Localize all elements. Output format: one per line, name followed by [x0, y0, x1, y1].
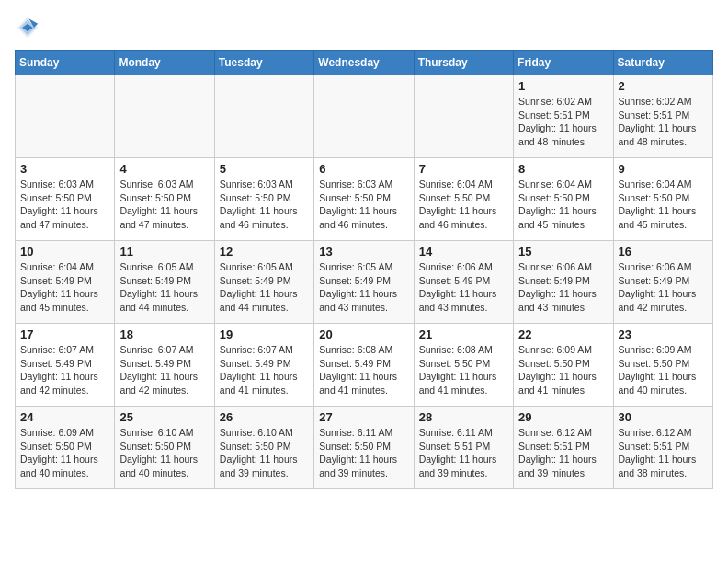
calendar-cell	[214, 75, 313, 158]
day-number: 8	[518, 162, 608, 176]
calendar-cell: 27Sunrise: 6:11 AM Sunset: 5:50 PM Dayli…	[314, 407, 414, 489]
calendar-cell: 7Sunrise: 6:04 AM Sunset: 5:50 PM Daylig…	[414, 158, 513, 241]
day-header-saturday: Saturday	[613, 51, 712, 75]
calendar-cell: 6Sunrise: 6:03 AM Sunset: 5:50 PM Daylig…	[314, 158, 414, 241]
calendar-cell: 3Sunrise: 6:03 AM Sunset: 5:50 PM Daylig…	[16, 158, 115, 241]
calendar-week-row: 17Sunrise: 6:07 AM Sunset: 5:49 PM Dayli…	[16, 324, 713, 407]
day-info: Sunrise: 6:05 AM Sunset: 5:49 PM Dayligh…	[319, 260, 408, 315]
day-info: Sunrise: 6:06 AM Sunset: 5:49 PM Dayligh…	[518, 260, 608, 315]
calendar-cell: 14Sunrise: 6:06 AM Sunset: 5:49 PM Dayli…	[414, 241, 513, 324]
day-number: 22	[518, 327, 608, 341]
day-number: 30	[619, 410, 708, 424]
calendar-week-row: 10Sunrise: 6:04 AM Sunset: 5:49 PM Dayli…	[16, 241, 713, 324]
calendar-week-row: 24Sunrise: 6:09 AM Sunset: 5:50 PM Dayli…	[16, 407, 713, 489]
day-number: 10	[20, 245, 109, 259]
calendar-cell: 22Sunrise: 6:09 AM Sunset: 5:50 PM Dayli…	[514, 324, 613, 407]
day-number: 6	[319, 162, 408, 176]
day-info: Sunrise: 6:04 AM Sunset: 5:50 PM Dayligh…	[619, 178, 708, 232]
day-number: 13	[319, 245, 408, 259]
logo-icon	[15, 15, 40, 40]
calendar-cell: 18Sunrise: 6:07 AM Sunset: 5:49 PM Dayli…	[115, 324, 214, 407]
calendar-cell: 28Sunrise: 6:11 AM Sunset: 5:51 PM Dayli…	[414, 407, 513, 489]
day-info: Sunrise: 6:05 AM Sunset: 5:49 PM Dayligh…	[220, 260, 309, 315]
day-info: Sunrise: 6:10 AM Sunset: 5:50 PM Dayligh…	[220, 426, 309, 480]
calendar-cell: 13Sunrise: 6:05 AM Sunset: 5:49 PM Dayli…	[314, 241, 414, 324]
calendar-cell: 11Sunrise: 6:05 AM Sunset: 5:49 PM Dayli…	[115, 241, 214, 324]
day-number: 21	[419, 327, 508, 341]
day-info: Sunrise: 6:07 AM Sunset: 5:49 PM Dayligh…	[119, 343, 209, 397]
day-info: Sunrise: 6:04 AM Sunset: 5:50 PM Dayligh…	[518, 178, 608, 232]
day-number: 26	[220, 410, 309, 424]
day-number: 17	[20, 327, 109, 341]
day-info: Sunrise: 6:06 AM Sunset: 5:49 PM Dayligh…	[619, 260, 708, 315]
calendar-table: SundayMondayTuesdayWednesdayThursdayFrid…	[15, 50, 713, 489]
day-header-sunday: Sunday	[16, 51, 115, 75]
day-number: 14	[419, 245, 508, 259]
calendar-cell: 20Sunrise: 6:08 AM Sunset: 5:49 PM Dayli…	[314, 324, 414, 407]
calendar-cell: 21Sunrise: 6:08 AM Sunset: 5:50 PM Dayli…	[414, 324, 513, 407]
calendar-cell: 15Sunrise: 6:06 AM Sunset: 5:49 PM Dayli…	[514, 241, 613, 324]
calendar-cell: 19Sunrise: 6:07 AM Sunset: 5:49 PM Dayli…	[214, 324, 313, 407]
calendar-cell: 8Sunrise: 6:04 AM Sunset: 5:50 PM Daylig…	[514, 158, 613, 241]
day-number: 11	[119, 245, 209, 259]
calendar-cell: 23Sunrise: 6:09 AM Sunset: 5:50 PM Dayli…	[613, 324, 712, 407]
calendar-cell	[314, 75, 414, 158]
day-number: 29	[518, 410, 608, 424]
day-info: Sunrise: 6:03 AM Sunset: 5:50 PM Dayligh…	[220, 178, 309, 232]
day-number: 4	[119, 162, 209, 176]
day-info: Sunrise: 6:09 AM Sunset: 5:50 PM Dayligh…	[619, 343, 708, 397]
calendar-cell: 29Sunrise: 6:12 AM Sunset: 5:51 PM Dayli…	[514, 407, 613, 489]
day-number: 9	[619, 162, 708, 176]
day-header-wednesday: Wednesday	[314, 51, 414, 75]
day-info: Sunrise: 6:03 AM Sunset: 5:50 PM Dayligh…	[319, 178, 408, 232]
day-header-tuesday: Tuesday	[214, 51, 313, 75]
calendar-cell: 26Sunrise: 6:10 AM Sunset: 5:50 PM Dayli…	[214, 407, 313, 489]
day-info: Sunrise: 6:08 AM Sunset: 5:49 PM Dayligh…	[319, 343, 408, 397]
day-info: Sunrise: 6:03 AM Sunset: 5:50 PM Dayligh…	[20, 178, 109, 232]
day-info: Sunrise: 6:03 AM Sunset: 5:50 PM Dayligh…	[119, 178, 209, 232]
calendar-cell: 12Sunrise: 6:05 AM Sunset: 5:49 PM Dayli…	[214, 241, 313, 324]
day-info: Sunrise: 6:04 AM Sunset: 5:49 PM Dayligh…	[20, 260, 109, 315]
calendar-cell: 10Sunrise: 6:04 AM Sunset: 5:49 PM Dayli…	[16, 241, 115, 324]
calendar-cell: 9Sunrise: 6:04 AM Sunset: 5:50 PM Daylig…	[613, 158, 712, 241]
day-number: 7	[419, 162, 508, 176]
day-info: Sunrise: 6:02 AM Sunset: 5:51 PM Dayligh…	[619, 95, 708, 149]
day-info: Sunrise: 6:07 AM Sunset: 5:49 PM Dayligh…	[220, 343, 309, 397]
day-number: 16	[619, 245, 708, 259]
day-number: 18	[119, 327, 209, 341]
day-number: 3	[20, 162, 109, 176]
day-info: Sunrise: 6:05 AM Sunset: 5:49 PM Dayligh…	[119, 260, 209, 315]
logo	[15, 15, 44, 40]
calendar-cell: 4Sunrise: 6:03 AM Sunset: 5:50 PM Daylig…	[115, 158, 214, 241]
day-number: 1	[518, 79, 608, 93]
day-info: Sunrise: 6:09 AM Sunset: 5:50 PM Dayligh…	[20, 426, 109, 480]
day-info: Sunrise: 6:12 AM Sunset: 5:51 PM Dayligh…	[518, 426, 608, 480]
calendar-header-row: SundayMondayTuesdayWednesdayThursdayFrid…	[16, 51, 713, 75]
day-header-monday: Monday	[115, 51, 214, 75]
calendar-cell: 1Sunrise: 6:02 AM Sunset: 5:51 PM Daylig…	[514, 75, 613, 158]
day-info: Sunrise: 6:11 AM Sunset: 5:50 PM Dayligh…	[319, 426, 408, 480]
calendar-cell: 17Sunrise: 6:07 AM Sunset: 5:49 PM Dayli…	[16, 324, 115, 407]
day-number: 23	[619, 327, 708, 341]
day-number: 27	[319, 410, 408, 424]
page-header	[15, 15, 713, 40]
day-number: 5	[220, 162, 309, 176]
calendar-cell	[414, 75, 513, 158]
calendar-week-row: 3Sunrise: 6:03 AM Sunset: 5:50 PM Daylig…	[16, 158, 713, 241]
calendar-cell: 25Sunrise: 6:10 AM Sunset: 5:50 PM Dayli…	[115, 407, 214, 489]
day-number: 20	[319, 327, 408, 341]
day-info: Sunrise: 6:06 AM Sunset: 5:49 PM Dayligh…	[419, 260, 508, 315]
day-header-thursday: Thursday	[414, 51, 513, 75]
day-number: 28	[419, 410, 508, 424]
calendar-cell	[16, 75, 115, 158]
day-number: 15	[518, 245, 608, 259]
calendar-cell: 2Sunrise: 6:02 AM Sunset: 5:51 PM Daylig…	[613, 75, 712, 158]
day-number: 25	[119, 410, 209, 424]
day-info: Sunrise: 6:12 AM Sunset: 5:51 PM Dayligh…	[619, 426, 708, 480]
day-info: Sunrise: 6:11 AM Sunset: 5:51 PM Dayligh…	[419, 426, 508, 480]
calendar-cell: 24Sunrise: 6:09 AM Sunset: 5:50 PM Dayli…	[16, 407, 115, 489]
calendar-cell: 5Sunrise: 6:03 AM Sunset: 5:50 PM Daylig…	[214, 158, 313, 241]
calendar-week-row: 1Sunrise: 6:02 AM Sunset: 5:51 PM Daylig…	[16, 75, 713, 158]
day-info: Sunrise: 6:04 AM Sunset: 5:50 PM Dayligh…	[419, 178, 508, 232]
day-info: Sunrise: 6:09 AM Sunset: 5:50 PM Dayligh…	[518, 343, 608, 397]
